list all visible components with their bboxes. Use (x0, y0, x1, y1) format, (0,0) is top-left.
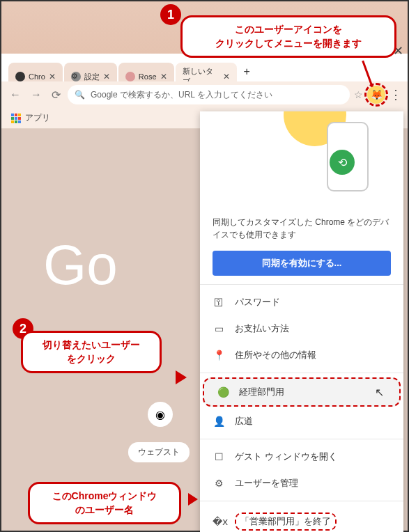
pin-icon: 📍 (213, 350, 225, 361)
annotation-3: このChromeウィンドウ のユーザー名 (28, 482, 181, 524)
profile-item-accounting[interactable]: 🟢 経理部門用 ↖ (203, 377, 401, 407)
menu-label: パスワード (235, 296, 280, 308)
exit-label: 「営業部門用」を終了 (235, 513, 337, 531)
menu-item-manage-users[interactable]: ⚙ ユーザーを管理 (200, 470, 403, 496)
tab-label: 設定 (84, 72, 100, 82)
sync-icon: ⟲ (330, 150, 355, 175)
profile-item-hiromichi[interactable]: 👤 広道 (200, 408, 403, 435)
cursor-icon: ↖ (375, 386, 384, 399)
enable-sync-button[interactable]: 同期を有効にする... (213, 251, 391, 276)
annotation-ring (364, 83, 388, 107)
profile-label: 広道 (235, 415, 253, 428)
menu-label: ユーザーを管理 (235, 477, 298, 490)
annotation-2: 切り替えたいユーザー をクリック (21, 331, 162, 373)
tab-close-icon[interactable]: ✕ (160, 72, 167, 81)
menu-label: ゲスト ウィンドウを開く (235, 451, 337, 463)
tab-close-icon[interactable]: ✕ (103, 72, 110, 81)
annotation-arrow-3 (188, 493, 198, 506)
menu-button[interactable]: ⋮ (389, 87, 402, 102)
omnibox[interactable]: 🔍 Google で検索するか、URL を入力してください (68, 85, 350, 104)
webstore-chip[interactable]: ウェブスト (128, 442, 190, 462)
key-icon: ⚿ (213, 297, 225, 308)
chrome-shortcut[interactable]: ◉ (148, 402, 173, 427)
profile-label: 経理部門用 (239, 386, 284, 398)
apps-label[interactable]: アプリ (25, 112, 50, 124)
tab-close-icon[interactable]: ✕ (223, 72, 230, 81)
gear-icon: ⚙ (213, 478, 225, 489)
sync-description: 同期してカスタマイズした Chrome をどのデバイスでも使用できます (200, 209, 403, 251)
gear-favicon: ⚙ (71, 72, 81, 81)
menu-item-addresses[interactable]: 📍 住所やその他の情報 (200, 342, 403, 368)
separator (200, 284, 403, 285)
bookmark-star-button[interactable]: ☆ (354, 89, 363, 100)
guest-icon: ☐ (213, 451, 225, 462)
profile-avatar-button[interactable]: 🦊 (367, 86, 385, 104)
annotation-1: このユーザーアイコンを クリックしてメニューを開きます (180, 15, 396, 58)
tab-label: Chro (29, 72, 45, 81)
apps-icon[interactable] (11, 114, 21, 123)
card-icon: ▭ (213, 323, 225, 334)
menu-label: お支払い方法 (235, 322, 289, 335)
google-logo: Go (43, 233, 118, 297)
forward-button[interactable]: → (28, 86, 45, 104)
exit-icon: �ⅹ (213, 516, 225, 527)
avatar-icon: 🟢 (217, 386, 229, 398)
separator (200, 373, 403, 373)
omnibox-placeholder: Google で検索するか、URL を入力してください (91, 89, 272, 101)
separator (200, 439, 403, 439)
toolbar: ← → ⟳ 🔍 Google で検索するか、URL を入力してください ☆ 🦊 … (1, 81, 408, 108)
tab-label: Rose (139, 72, 157, 81)
profile-hero: ⟲ (200, 111, 403, 209)
menu-item-passwords[interactable]: ⚿ パスワード (200, 289, 403, 315)
menu-item-guest[interactable]: ☐ ゲスト ウィンドウを開く (200, 444, 403, 470)
tab-close-icon[interactable]: ✕ (49, 72, 56, 81)
back-button[interactable]: ← (7, 86, 24, 104)
separator (200, 501, 403, 501)
profile-menu: ⟲ 同期してカスタマイズした Chrome をどのデバイスでも使用できます 同期… (200, 111, 403, 532)
reload-button[interactable]: ⟳ (49, 86, 63, 104)
search-icon: 🔍 (75, 90, 85, 100)
menu-item-payment[interactable]: ▭ お支払い方法 (200, 315, 403, 342)
chrome-icon: ◉ (155, 408, 165, 421)
rose-favicon (125, 72, 135, 81)
chrome-favicon (15, 72, 25, 81)
avatar-icon: 👤 (213, 416, 225, 427)
annotation-arrow-2 (176, 370, 187, 384)
annotation-badge-1: 1 (160, 4, 181, 25)
menu-item-exit-profile[interactable]: �ⅹ 「営業部門用」を終了 (200, 506, 403, 532)
menu-label: 住所やその他の情報 (235, 349, 316, 361)
